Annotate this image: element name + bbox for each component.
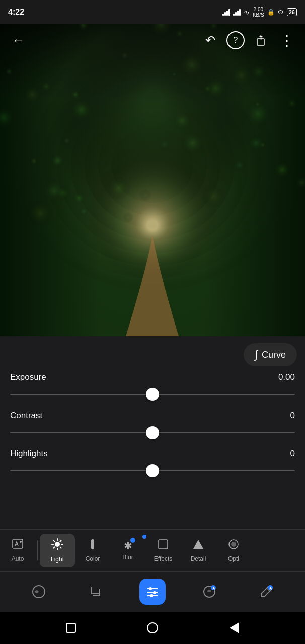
tab-detail[interactable]: Detail	[181, 534, 216, 567]
svg-rect-13	[159, 540, 168, 549]
home-icon	[147, 622, 158, 633]
tab-color-label: Color	[86, 555, 100, 562]
tab-effects-label: Effects	[154, 555, 172, 562]
curve-button[interactable]: ∫ Curve	[244, 343, 297, 366]
nav-crop[interactable]	[83, 579, 109, 605]
nav-retouch[interactable]: ★	[253, 579, 279, 605]
tab-blur[interactable]: ✱ Blur	[110, 536, 145, 565]
tab-divider	[37, 540, 38, 560]
system-nav	[0, 612, 305, 644]
svg-line-9	[60, 547, 61, 548]
photo-preview	[0, 24, 305, 336]
tab-auto[interactable]: Auto	[0, 534, 35, 567]
curve-label: Curve	[262, 350, 286, 360]
signal-bars-1	[222, 9, 230, 16]
exposure-slider-row: Exposure 0.00	[10, 372, 295, 401]
exposure-label: Exposure	[10, 372, 46, 382]
tab-opti-label: Opti	[228, 555, 239, 562]
status-bar: 4:22 ∿ 2.00KB/S 🔒 ⏲ 26	[0, 0, 305, 24]
highlights-label: Highlights	[10, 449, 48, 459]
nav-adjust[interactable]	[139, 579, 166, 605]
svg-point-2	[20, 541, 22, 543]
effects-icon	[157, 538, 169, 553]
lock-icon: 🔒	[267, 9, 275, 16]
contrast-slider[interactable]	[10, 426, 295, 440]
svg-marker-14	[193, 540, 203, 549]
battery-indicator: 26	[287, 8, 297, 16]
curve-icon: ∫	[255, 348, 258, 361]
contrast-slider-row: Contrast 0	[10, 411, 295, 440]
blur-icon: ✱	[124, 540, 132, 552]
detail-icon	[192, 538, 204, 553]
more-options-button[interactable]: ⋮	[277, 30, 297, 50]
help-button[interactable]: ?	[226, 31, 245, 49]
curve-row: ∫ Curve	[0, 336, 305, 370]
alarm-icon: ⏲	[278, 9, 284, 16]
tool-tabs: Auto Light	[0, 529, 305, 571]
svg-point-16	[231, 542, 236, 547]
nav-back-button[interactable]	[224, 618, 244, 638]
back-icon	[230, 622, 239, 633]
status-icons: ∿ 2.00KB/S 🔒 ⏲ 26	[222, 7, 297, 18]
tab-color[interactable]: Color	[75, 534, 110, 567]
tab-detail-label: Detail	[191, 555, 206, 562]
share-button[interactable]	[251, 30, 271, 50]
forest-image	[0, 24, 305, 336]
tab-effects[interactable]: Effects	[145, 534, 181, 567]
svg-point-3	[55, 542, 60, 547]
opti-icon	[227, 538, 240, 553]
highlights-value: 0	[290, 449, 295, 459]
svg-point-21	[153, 591, 156, 594]
undo-button[interactable]: ↶	[200, 30, 220, 50]
light-icon	[51, 538, 64, 554]
data-speed: 2.00KB/S	[253, 7, 264, 18]
contrast-value: 0	[290, 411, 295, 421]
highlights-slider[interactable]	[10, 464, 295, 478]
nav-mask[interactable]	[26, 579, 52, 605]
signal-bars-2	[233, 9, 241, 16]
svg-text:★: ★	[212, 586, 216, 591]
wifi-icon: ∿	[244, 8, 250, 16]
contrast-label: Contrast	[10, 411, 42, 421]
tab-light[interactable]: Light	[40, 534, 75, 567]
svg-point-23	[150, 594, 153, 597]
top-toolbar: ← ↶ ? ⋮	[0, 24, 305, 56]
nav-recents-button[interactable]	[61, 618, 81, 638]
svg-rect-12	[91, 539, 94, 549]
back-button[interactable]: ←	[8, 30, 28, 50]
svg-text:★: ★	[269, 586, 273, 591]
tab-light-label: Light	[51, 556, 64, 563]
svg-line-11	[54, 547, 55, 548]
bottom-panel: ∫ Curve Exposure 0.00 Contrast 0	[0, 336, 305, 644]
recents-icon	[66, 623, 76, 633]
status-time: 4:22	[8, 8, 24, 17]
toolbar-right: ↶ ? ⋮	[200, 30, 297, 50]
exposure-value: 0.00	[278, 372, 295, 382]
tab-blur-label: Blur	[122, 554, 133, 561]
tab-opti[interactable]: Opti	[216, 534, 251, 567]
svg-line-10	[60, 541, 61, 542]
tab-auto-label: Auto	[12, 555, 24, 562]
nav-filter[interactable]: ★	[196, 579, 222, 605]
nav-home-button[interactable]	[142, 618, 163, 638]
color-icon	[87, 538, 99, 553]
svg-point-19	[149, 587, 152, 590]
auto-icon	[12, 538, 24, 553]
exposure-slider[interactable]	[10, 387, 295, 401]
bottom-nav: ★ ★	[0, 571, 305, 612]
highlights-slider-row: Highlights 0	[10, 449, 295, 478]
svg-line-8	[54, 541, 55, 542]
sliders-section: Exposure 0.00 Contrast 0 Highlig	[0, 370, 305, 529]
